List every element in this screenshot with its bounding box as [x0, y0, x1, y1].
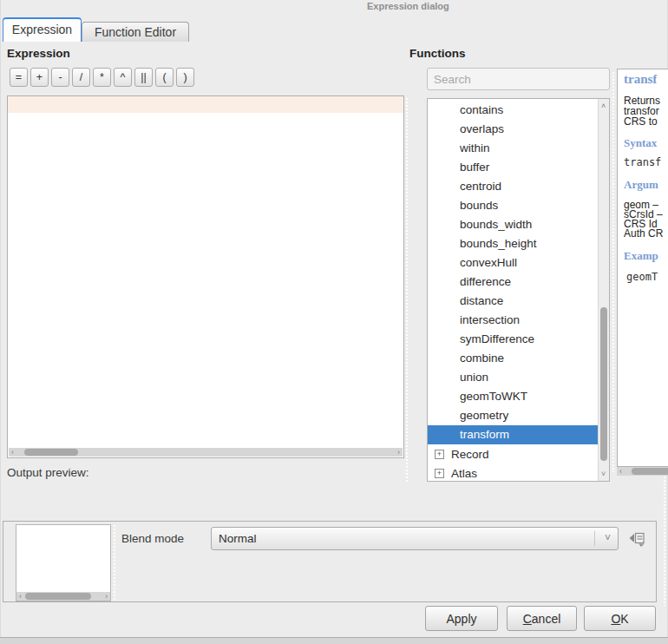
function-group[interactable]: + Record: [428, 444, 598, 463]
operator-button[interactable]: =: [10, 68, 28, 87]
preview-hscrollbar[interactable]: ‹ ›: [16, 592, 110, 601]
splitter-functions-help[interactable]: [612, 71, 615, 472]
combo-separator: [594, 531, 595, 546]
splitter-dialog-right[interactable]: [663, 476, 666, 606]
operator-button[interactable]: *: [93, 68, 111, 87]
expression-editor[interactable]: transform( $geometry , 'EPSG:4326', 'EPS…: [7, 95, 404, 458]
scroll-right-icon[interactable]: ›: [105, 592, 108, 601]
help-description-line: CRS to: [624, 116, 668, 127]
splitter-expression-functions[interactable]: [405, 97, 409, 482]
expression-heading: Expression: [7, 47, 70, 60]
scroll-left-icon[interactable]: ‹: [19, 592, 22, 601]
function-item[interactable]: geomToWKT: [428, 387, 598, 406]
apply-button[interactable]: Apply: [425, 606, 498, 631]
help-hscrollbar[interactable]: ‹: [617, 467, 668, 476]
function-group-label: Record: [451, 448, 489, 461]
tab-function-editor[interactable]: Function Editor: [82, 22, 189, 42]
splitter-blend-section[interactable]: [113, 524, 116, 601]
function-item[interactable]: combine: [428, 349, 598, 368]
operator-button[interactable]: /: [72, 68, 90, 87]
tab-expression[interactable]: Expression: [3, 17, 82, 42]
help-arguments-heading: Argum: [624, 178, 668, 192]
expand-icon[interactable]: +: [435, 450, 444, 459]
preview-list-box[interactable]: ‹ ›: [16, 524, 111, 601]
function-item[interactable]: geometry: [428, 406, 598, 425]
function-item[interactable]: bounds_height: [428, 234, 598, 253]
chevron-down-icon: ˅: [605, 528, 611, 549]
cancel-button[interactable]: Cancel: [507, 606, 577, 631]
expression-code-line: transform( $geometry , 'EPSG:4326', 'EPS…: [8, 96, 403, 113]
function-item[interactable]: transform: [428, 425, 598, 444]
preview-hscrollbar-thumb[interactable]: [25, 593, 91, 600]
help-description: ReturnstransforCRS to: [624, 95, 668, 127]
editor-hscrollbar-thumb[interactable]: [24, 449, 78, 456]
editor-hscrollbar[interactable]: ‹ ›: [9, 448, 403, 457]
data-defined-override-button[interactable]: [625, 529, 650, 551]
list-vscrollbar-thumb[interactable]: [600, 307, 607, 461]
operator-button[interactable]: ^: [114, 68, 132, 87]
ok-button[interactable]: OK: [584, 606, 656, 631]
help-hscrollbar-thumb[interactable]: [632, 468, 668, 475]
operator-button[interactable]: -: [51, 68, 69, 87]
scroll-left-icon[interactable]: ‹: [619, 467, 622, 476]
dialog-title: Expression dialog: [367, 1, 449, 11]
function-groups: + Record + Atlas: [428, 444, 598, 482]
function-rows: containsoverlapswithinbuffercentroidboun…: [428, 101, 598, 482]
list-vscrollbar[interactable]: ˄ ˅: [598, 99, 609, 481]
data-defined-override-icon: [627, 529, 648, 551]
help-function-title: transf: [624, 72, 668, 87]
help-argument-line: Auth CR: [624, 229, 668, 239]
help-syntax-heading: Syntax: [624, 136, 668, 150]
function-items: containsoverlapswithinbuffercentroidboun…: [428, 101, 598, 444]
scroll-left-icon[interactable]: ‹: [11, 448, 14, 457]
function-item[interactable]: bounds: [428, 196, 598, 215]
function-item[interactable]: buffer: [428, 158, 598, 177]
operator-toolbar: =+-/*^||(): [10, 68, 197, 87]
function-help-panel: transf ReturnstransforCRS to Syntax tran…: [617, 69, 668, 467]
help-example-heading: Examp: [624, 249, 668, 263]
operator-button[interactable]: (: [155, 68, 174, 87]
function-search-input[interactable]: [427, 68, 610, 90]
help-example-code: geomT: [624, 271, 668, 283]
function-item[interactable]: bounds_width: [428, 215, 598, 234]
function-item[interactable]: union: [428, 368, 598, 387]
blend-mode-value: Normal: [219, 532, 257, 545]
function-item[interactable]: intersection: [428, 311, 598, 330]
function-group-label: Atlas: [451, 467, 477, 480]
operator-button[interactable]: ): [176, 68, 194, 87]
function-item[interactable]: contains: [428, 101, 598, 120]
function-list: containsoverlapswithinbuffercentroidboun…: [427, 98, 610, 482]
function-item[interactable]: overlaps: [428, 120, 598, 139]
function-item[interactable]: centroid: [428, 177, 598, 196]
preview-list-content: [16, 525, 110, 592]
expand-icon[interactable]: +: [435, 469, 444, 478]
help-syntax-code: transf: [624, 156, 668, 168]
function-item[interactable]: within: [428, 139, 598, 158]
function-item[interactable]: convexHull: [428, 253, 598, 273]
scroll-right-icon[interactable]: ›: [397, 448, 400, 457]
operator-button[interactable]: +: [30, 68, 49, 87]
output-preview-label: Output preview:: [7, 466, 89, 479]
function-item[interactable]: symDifference: [428, 330, 598, 349]
blend-mode-select[interactable]: Normal ˅: [211, 527, 619, 550]
operator-button[interactable]: ||: [134, 68, 153, 87]
functions-heading: Functions: [409, 47, 466, 60]
function-group[interactable]: + Atlas: [428, 463, 598, 482]
function-item[interactable]: difference: [428, 273, 598, 292]
help-arguments: geom –sCrsId –CRS IdAuth CR: [624, 200, 668, 239]
expression-dialog: Expression dialog Expression Function Ed…: [0, 0, 668, 644]
window-bottom-edge: [0, 637, 668, 644]
function-item[interactable]: distance: [428, 292, 598, 311]
blend-mode-label: Blend mode: [121, 532, 184, 545]
scroll-up-icon[interactable]: ˄: [601, 102, 606, 110]
scroll-down-icon[interactable]: ˅: [601, 470, 606, 478]
